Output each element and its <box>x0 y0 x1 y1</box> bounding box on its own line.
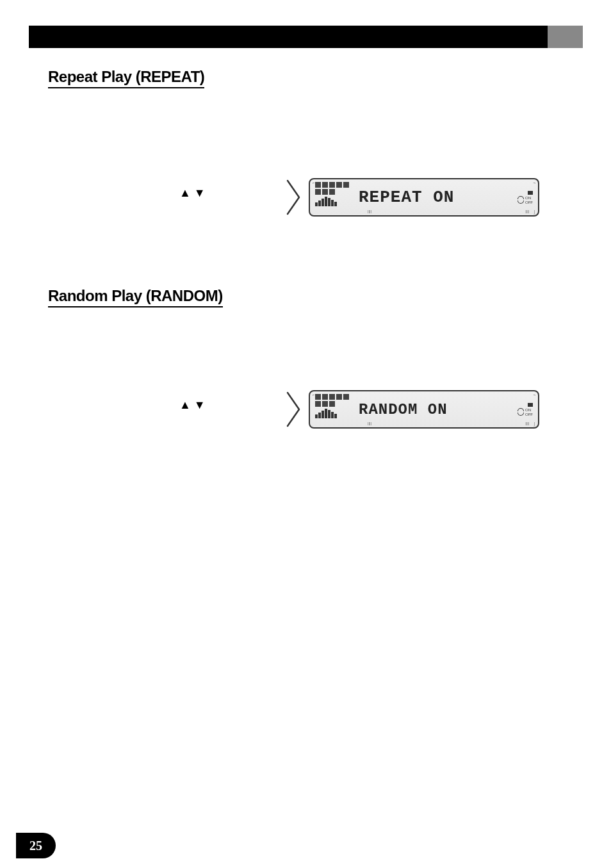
up-down-arrows: ▲ ▼ <box>179 186 206 199</box>
page-number-badge: 25 <box>16 833 56 858</box>
section-repeat: Repeat Play (REPEAT) <box>48 68 204 88</box>
tick-marks-icon: |||| <box>368 209 371 213</box>
corner-mark-icon: ⌡ <box>533 422 535 426</box>
indicator-icon <box>329 189 335 195</box>
lcd-status-icons <box>315 394 354 425</box>
lcd-display-repeat: ⌐ ¬ ⌡ REPEAT ON ON <box>309 178 539 217</box>
lcd-status-icons <box>315 182 354 213</box>
on-indicator: ON <box>517 196 533 200</box>
nav-arrows-random: ▲ ▼ <box>179 398 206 412</box>
arc-down-icon <box>517 413 524 416</box>
section-title-random: Random Play (RANDOM) <box>48 287 223 307</box>
corner-mark-icon: ⌐ <box>313 181 315 184</box>
up-down-arrows: ▲ ▼ <box>179 398 206 411</box>
indicator-icon <box>315 182 321 188</box>
lcd-main-text: REPEAT ON <box>359 188 505 207</box>
indicator-icon <box>322 401 328 407</box>
lcd-bottom-marks: |||| |||| <box>368 422 529 425</box>
indicator-icon <box>336 394 342 400</box>
indicator-icon <box>343 182 349 188</box>
indicator-icon <box>322 394 328 400</box>
off-indicator: OFF <box>517 201 533 204</box>
chevron-right-icon <box>285 178 303 219</box>
lcd-main-text: RANDOM ON <box>359 401 505 418</box>
indicator-icon <box>329 394 335 400</box>
equalizer-bars-icon <box>315 408 354 418</box>
equalizer-bars-icon <box>315 196 354 206</box>
nav-arrows-repeat: ▲ ▼ <box>179 186 206 200</box>
on-indicator: ON <box>517 408 533 412</box>
indicator-row <box>315 189 354 195</box>
tick-marks-icon: |||| <box>368 422 371 425</box>
page-number: 25 <box>29 839 42 853</box>
indicator-icon <box>329 182 335 188</box>
chevron-right-icon <box>285 390 303 431</box>
indicator-icon <box>343 394 349 400</box>
indicator-icon <box>315 401 321 407</box>
lcd-display-random: ⌐ ¬ ⌡ RANDOM ON ON <box>309 390 539 429</box>
corner-mark-icon: ¬ <box>533 393 535 397</box>
off-indicator: OFF <box>517 413 533 416</box>
corner-mark-icon: ⌐ <box>313 393 315 397</box>
header-accent <box>548 26 583 48</box>
indicator-icon <box>336 182 342 188</box>
mode-indicator-icon <box>528 191 533 195</box>
indicator-row <box>315 182 354 188</box>
arc-down-icon <box>517 201 524 204</box>
section-random: Random Play (RANDOM) <box>48 287 223 307</box>
indicator-row <box>315 394 354 400</box>
indicator-icon <box>315 189 321 195</box>
arc-up-icon <box>517 196 524 199</box>
indicator-row <box>315 401 354 407</box>
lcd-right-indicators: ON OFF <box>505 191 533 204</box>
header-black-bar <box>29 26 583 48</box>
section-title-repeat: Repeat Play (REPEAT) <box>48 68 204 88</box>
tick-marks-icon: |||| <box>525 209 529 213</box>
arc-up-icon <box>517 408 524 411</box>
corner-mark-icon: ⌡ <box>533 210 535 214</box>
lcd-bottom-marks: |||| |||| <box>368 209 529 213</box>
indicator-icon <box>322 182 328 188</box>
mode-indicator-icon <box>528 403 533 407</box>
indicator-icon <box>329 401 335 407</box>
indicator-icon <box>322 189 328 195</box>
lcd-right-indicators: ON OFF <box>505 403 533 416</box>
indicator-icon <box>315 394 321 400</box>
corner-mark-icon: ¬ <box>533 181 535 184</box>
tick-marks-icon: |||| <box>525 422 529 425</box>
